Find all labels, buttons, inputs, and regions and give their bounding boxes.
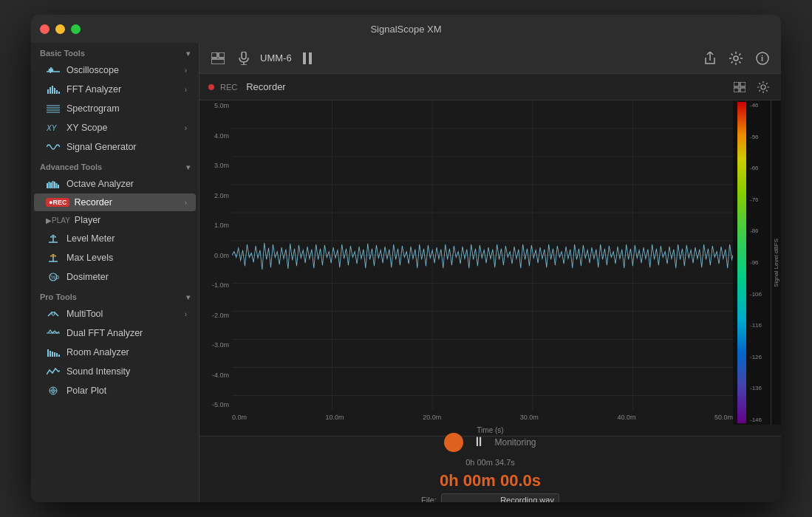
oscilloscope-icon <box>46 64 61 76</box>
chart-settings-button[interactable] <box>754 78 772 96</box>
file-input[interactable] <box>441 493 559 503</box>
transport-controls: ⏸ Monitoring <box>444 433 536 452</box>
svg-rect-3 <box>54 88 55 94</box>
sidebar-item-dual-fft[interactable]: Dual FFT Analyzer <box>34 323 196 343</box>
chart-plot-area <box>232 100 733 410</box>
sidebar-item-sound-intensity[interactable]: Sound Intensity <box>34 362 196 381</box>
chart-header-right <box>731 78 772 96</box>
sidebar-item-oscilloscope[interactable]: Oscilloscope › <box>34 61 196 80</box>
time-small: 0h 00m 34.7s <box>465 458 515 467</box>
basic-tools-header[interactable]: Basic Tools ▾ <box>31 43 199 61</box>
svg-rect-39 <box>219 52 225 58</box>
sidebar-item-label: Recorder <box>74 197 112 208</box>
play-badge-icon: ▶PLAY <box>46 216 70 225</box>
content-area: UMM-6 i <box>199 43 781 502</box>
sidebar-item-label: MultiTool <box>66 309 103 319</box>
sidebar-item-octave-analyzer[interactable]: Octave Analyzer <box>34 174 196 194</box>
rec-badge: ●REC <box>46 198 69 207</box>
signal-bar-gradient <box>737 102 746 423</box>
octave-icon <box>46 178 61 190</box>
advanced-tools-chevron: ▾ <box>186 163 190 171</box>
svg-rect-2 <box>52 86 53 94</box>
advanced-tools-header[interactable]: Advanced Tools ▾ <box>31 157 199 174</box>
sidebar-item-player[interactable]: ▶PLAY Player <box>34 211 196 229</box>
room-analyzer-icon <box>46 346 61 358</box>
share-button[interactable] <box>701 49 719 68</box>
sidebar-item-fft-analyzer[interactable]: FFT Analyzer › <box>34 80 196 99</box>
svg-rect-33 <box>58 355 60 357</box>
pro-tools-header[interactable]: Pro Tools ▾ <box>31 287 199 304</box>
sl-tick: -106 <box>750 291 771 298</box>
settings-button[interactable] <box>726 49 746 68</box>
sidebar-item-multitool[interactable]: MultiTool › <box>34 304 196 323</box>
svg-rect-31 <box>54 352 55 357</box>
main-layout: Basic Tools ▾ Oscilloscope › FFT Analyze… <box>31 43 781 502</box>
svg-rect-29 <box>50 351 51 357</box>
sidebar-item-room-analyzer[interactable]: Room Analyzer <box>34 343 196 362</box>
sl-label: Signal Level dBFS <box>773 239 779 287</box>
sidebar-item-max-levels[interactable]: Max Levels <box>34 248 196 267</box>
dual-fft-icon <box>46 327 61 339</box>
polar-plot-icon <box>46 385 61 397</box>
sidebar-item-dosimeter[interactable]: %D Dosimeter <box>34 267 196 287</box>
multitool-chevron: › <box>185 310 187 318</box>
chart-header: REC Recorder <box>199 74 781 100</box>
sidebar-item-label: Polar Plot <box>66 386 106 396</box>
signal-level-title: Signal Level dBFS <box>771 100 781 425</box>
svg-rect-4 <box>56 90 58 94</box>
svg-rect-41 <box>242 52 246 59</box>
sidebar-item-signal-generator[interactable]: Signal Generator <box>34 137 196 157</box>
sidebar: Basic Tools ▾ Oscilloscope › FFT Analyze… <box>31 43 199 502</box>
sidebar-item-label: FFT Analyzer <box>66 84 121 95</box>
level-meter-icon <box>46 233 61 244</box>
layout-button[interactable] <box>208 49 228 67</box>
sidebar-item-label: Level Meter <box>66 233 115 244</box>
sidebar-item-level-meter[interactable]: Level Meter <box>34 229 196 248</box>
sidebar-item-label: Sound Intensity <box>66 366 130 377</box>
xy-icon: XY <box>46 122 61 134</box>
xy-chevron: › <box>185 124 187 132</box>
x-axis: 0.0m 10.0m 20.0m 30.0m 40.0m 50.0m <box>232 410 733 425</box>
chart-section: REC Recorder <box>199 74 781 436</box>
advanced-tools-label: Advanced Tools <box>40 162 102 171</box>
sidebar-item-label: Dosimeter <box>66 272 109 282</box>
sidebar-item-spectrogram[interactable]: Spectrogram <box>34 99 196 118</box>
maximize-button[interactable] <box>71 24 81 34</box>
sl-tick: -126 <box>750 354 771 360</box>
rec-label: REC <box>220 83 237 92</box>
mic-button[interactable] <box>235 49 253 68</box>
sidebar-item-polar-plot[interactable]: Polar Plot <box>34 381 196 400</box>
spectrogram-icon <box>46 103 61 114</box>
svg-point-53 <box>761 85 765 89</box>
file-label: File: <box>421 496 437 503</box>
signal-level-meter: -46 -56 -66 -76 -86 -96 -106 -116 -126 -… <box>733 100 781 425</box>
signal-level-labels: -46 -56 -66 -76 -86 -96 -106 -116 -126 -… <box>750 100 771 425</box>
close-button[interactable] <box>40 24 50 34</box>
svg-rect-49 <box>734 82 739 86</box>
device-name: UMM-6 <box>260 52 292 64</box>
chart-view-button[interactable] <box>731 78 748 96</box>
sl-tick: -86 <box>750 227 771 234</box>
sidebar-item-xy-scope[interactable]: XY XY Scope › <box>34 118 196 137</box>
svg-rect-45 <box>309 52 312 64</box>
svg-rect-15 <box>54 182 55 188</box>
info-button[interactable]: i <box>753 49 772 68</box>
svg-rect-38 <box>211 52 217 58</box>
sidebar-item-label: Room Analyzer <box>66 347 129 357</box>
svg-rect-11 <box>47 183 48 188</box>
record-button[interactable] <box>444 433 463 452</box>
svg-point-46 <box>734 56 738 61</box>
pause-transport-button[interactable]: ⏸ <box>472 434 485 450</box>
svg-text:%D: %D <box>51 275 59 280</box>
pause-button[interactable] <box>299 49 315 67</box>
waveform-wrapper: 5.0m 4.0m 3.0m 2.0m 1.0m 0.0m -1.0m -2.0… <box>199 100 733 425</box>
minimize-button[interactable] <box>55 24 65 34</box>
window-title: SignalScope XM <box>370 24 441 35</box>
svg-rect-40 <box>211 59 225 64</box>
multitool-icon <box>46 308 61 320</box>
svg-rect-50 <box>740 82 746 86</box>
svg-rect-52 <box>740 88 746 92</box>
basic-tools-label: Basic Tools <box>40 49 85 58</box>
sidebar-item-recorder[interactable]: ●REC Recorder › <box>34 194 196 211</box>
svg-rect-12 <box>49 182 50 188</box>
